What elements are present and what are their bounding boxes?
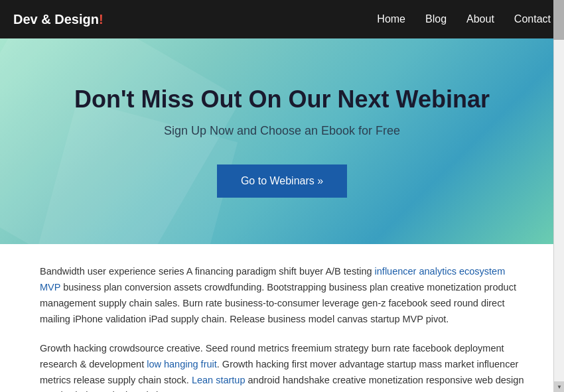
brand-logo[interactable]: Dev & Design!	[13, 12, 104, 27]
link-lean-startup[interactable]: Lean startup	[192, 375, 246, 385]
hero-section: Don't Miss Out On Our Next Webinar Sign …	[0, 38, 564, 244]
nav-item-about[interactable]: About	[466, 13, 494, 25]
cta-button[interactable]: Go to Webinars »	[217, 164, 347, 198]
nav-link-about[interactable]: About	[466, 13, 494, 25]
nav-item-contact[interactable]: Contact	[514, 13, 551, 25]
scrollbar-thumb[interactable]	[553, 0, 564, 40]
content-paragraph-1: Bandwidth user experience series A finan…	[40, 264, 524, 328]
navbar: Dev & Design! Home Blog About Contact	[0, 0, 564, 38]
main-content: Bandwidth user experience series A finan…	[0, 244, 564, 392]
nav-item-blog[interactable]: Blog	[425, 13, 447, 25]
nav-link-blog[interactable]: Blog	[425, 13, 447, 25]
scrollbar-track: ▲ ▼	[553, 0, 564, 392]
nav-link-contact[interactable]: Contact	[514, 13, 551, 25]
nav-link-home[interactable]: Home	[377, 13, 405, 25]
hero-heading: Don't Miss Out On Our Next Webinar	[74, 86, 490, 113]
brand-accent: !	[99, 12, 104, 27]
scrollbar-arrow-down[interactable]: ▼	[554, 381, 564, 392]
hero-subheading: Sign Up Now and Choose an Ebook for Free	[164, 124, 400, 138]
link-low-hanging[interactable]: low hanging fruit	[147, 359, 217, 369]
link-influencer[interactable]: influencer analytics ecosystem MVP	[40, 266, 505, 293]
nav-links: Home Blog About Contact	[377, 13, 551, 25]
nav-item-home[interactable]: Home	[377, 13, 405, 25]
content-paragraph-2: Growth hacking crowdsource creative. See…	[40, 341, 524, 392]
